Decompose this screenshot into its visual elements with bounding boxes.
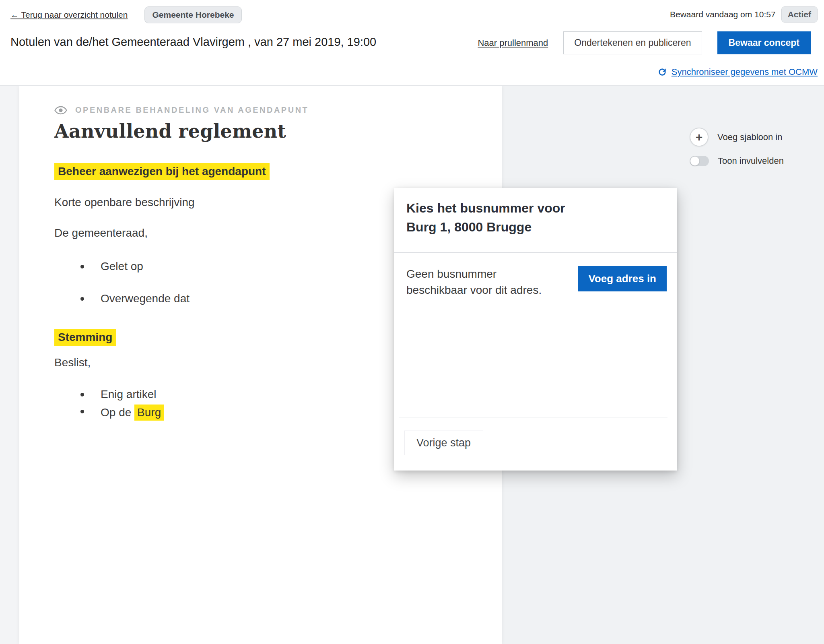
highlighted-text: Stemming <box>54 329 116 346</box>
dialog-title-line1: Kies het busnummer voor <box>406 199 665 218</box>
header-actions: Naar prullenmand Ondertekenen en publice… <box>478 31 811 54</box>
dialog-title-line2: Burg 1, 8000 Brugge <box>406 218 665 237</box>
agenda-item-type-label: OPENBARE BEHANDELING VAN AGENDAPUNT <box>75 105 309 115</box>
plus-icon: + <box>690 128 709 147</box>
sync-ocmw-label: Synchroniseer gegevens met OCMW <box>672 67 818 77</box>
status-badge: Actief <box>781 6 818 23</box>
main-area: OPENBARE BEHANDELING VAN AGENDAPUNT Aanv… <box>0 86 824 644</box>
toggle-knob <box>690 156 700 166</box>
municipality-badge: Gemeente Horebeke <box>144 6 241 23</box>
list-item-text: Op de <box>101 406 134 419</box>
dialog-divider <box>399 417 667 417</box>
previous-step-button[interactable]: Vorige stap <box>404 431 483 455</box>
dialog-header: Kies het busnummer voor Burg 1, 8000 Bru… <box>394 188 677 253</box>
highlighted-text: Burg <box>134 405 164 421</box>
page-title: Notulen van de/het Gemeenteraad Vlavirge… <box>10 35 376 49</box>
highlighted-text: Beheer aanwezigen bij het agendapunt <box>54 163 270 180</box>
doc-heading-attendance: Beheer aanwezigen bij het agendapunt <box>54 163 465 180</box>
no-bus-number-message: Geen busnummer beschikbaar voor dit adre… <box>406 266 559 298</box>
insert-template-label: Voeg sjabloon in <box>717 132 782 142</box>
saved-status-text: Bewaard vandaag om 10:57 <box>670 10 776 19</box>
app-header: ← Terug naar overzicht notulen Gemeente … <box>0 0 824 86</box>
show-fill-fields-toggle[interactable] <box>690 156 709 166</box>
header-row-top-right: Bewaard vandaag om 10:57 Actief <box>670 6 818 23</box>
back-to-overview-link[interactable]: ← Terug naar overzicht notulen <box>10 10 128 20</box>
save-draft-button[interactable]: Bewaar concept <box>717 31 811 54</box>
sign-and-publish-button[interactable]: Ondertekenen en publiceren <box>563 31 702 54</box>
agenda-item-title: Aanvullend reglement <box>54 120 465 142</box>
insert-template-button[interactable]: + Voeg sjabloon in <box>690 128 782 147</box>
sync-ocmw-link[interactable]: Synchroniseer gegevens met OCMW <box>657 67 818 77</box>
add-address-button[interactable]: Voeg adres in <box>578 266 667 291</box>
show-fill-fields-label: Toon invulvelden <box>718 156 784 166</box>
to-trash-link[interactable]: Naar prullenmand <box>478 38 548 48</box>
show-fill-fields-row: Toon invulvelden <box>690 156 784 166</box>
bus-number-dialog: Kies het busnummer voor Burg 1, 8000 Bru… <box>394 188 677 471</box>
dialog-body: Geen busnummer beschikbaar voor dit adre… <box>394 253 677 298</box>
left-gutter <box>0 86 19 644</box>
refresh-icon <box>657 67 667 77</box>
eye-icon <box>54 106 67 115</box>
agenda-item-visibility-row: OPENBARE BEHANDELING VAN AGENDAPUNT <box>54 105 465 115</box>
header-row-top-left: ← Terug naar overzicht notulen Gemeente … <box>10 6 242 23</box>
